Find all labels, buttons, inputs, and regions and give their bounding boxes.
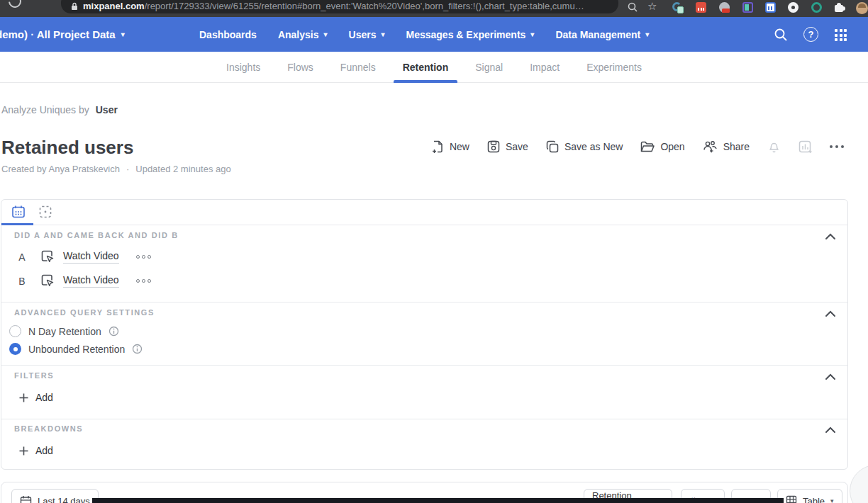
avatar[interactable] bbox=[856, 2, 867, 13]
analyze-uniques-row: Analyze Uniques by User bbox=[1, 104, 118, 115]
dot-separator: · bbox=[126, 164, 129, 174]
section-divider bbox=[1, 419, 847, 419]
chat-bubble[interactable] bbox=[850, 465, 868, 503]
extension-icon-clock[interactable] bbox=[788, 2, 799, 13]
new-document-icon bbox=[431, 140, 444, 154]
save-as-new-button[interactable]: Save as New bbox=[546, 140, 623, 153]
builder-active-tab-underline bbox=[1, 223, 33, 225]
collapse-chevron-icon[interactable] bbox=[824, 373, 837, 381]
url-text: mixpanel.com/report/1729333/view/61255/r… bbox=[83, 1, 608, 11]
event-cursor-icon bbox=[40, 249, 55, 264]
new-button[interactable]: New bbox=[431, 140, 469, 154]
event-name[interactable]: Watch Video bbox=[63, 250, 119, 264]
save-button[interactable]: Save bbox=[487, 140, 528, 153]
extension-icon-gray-minus[interactable] bbox=[719, 2, 730, 13]
bookmark-star-icon[interactable]: ☆ bbox=[647, 1, 657, 11]
tab-signal[interactable]: Signal bbox=[475, 52, 503, 83]
copy-icon bbox=[546, 140, 559, 153]
nav-item-users[interactable]: Users ▾ bbox=[349, 29, 385, 40]
chevron-down-icon: ▾ bbox=[381, 31, 384, 38]
nav-item-analysis[interactable]: Analysis ▾ bbox=[278, 29, 328, 40]
analyze-unit-selector[interactable]: User bbox=[96, 104, 118, 115]
extension-icon-teal-ring[interactable] bbox=[811, 2, 823, 13]
report-actions: New Save Save as New Open bbox=[431, 137, 844, 156]
add-filter-button[interactable]: Add bbox=[18, 392, 53, 403]
chevron-down-icon: ▾ bbox=[121, 31, 125, 38]
project-switcher[interactable]: demo) · All Project Data ▾ bbox=[0, 17, 125, 52]
url-bar[interactable]: mixpanel.com/report/1729333/view/61255/r… bbox=[61, 0, 618, 13]
selection-dashed-tab-icon[interactable] bbox=[38, 205, 52, 219]
nav-menu: Dashboards Analysis ▾ Users ▾ Messages &… bbox=[199, 17, 649, 52]
event-step-label: B bbox=[17, 276, 27, 287]
info-icon[interactable] bbox=[132, 344, 143, 354]
report-meta: Created by Anya Pratskevich · Updated 2 … bbox=[1, 164, 231, 174]
chevron-down-icon: ▾ bbox=[830, 497, 834, 503]
events-calendar-tab-icon[interactable] bbox=[11, 205, 26, 219]
view-table-dropdown[interactable]: Table ▾ bbox=[777, 489, 842, 503]
add-to-dashboard-button[interactable] bbox=[799, 140, 812, 154]
tab-funnels[interactable]: Funnels bbox=[340, 52, 376, 83]
event-name[interactable]: Watch Video bbox=[63, 274, 119, 288]
extension-icon-teal[interactable] bbox=[672, 2, 684, 13]
alerts-bell-button[interactable] bbox=[767, 140, 781, 154]
analyze-label: Analyze Uniques by bbox=[1, 104, 89, 115]
info-icon[interactable] bbox=[108, 326, 119, 337]
help-icon[interactable]: ? bbox=[803, 27, 818, 42]
nav-item-dashboards[interactable]: Dashboards bbox=[199, 29, 257, 40]
more-options-button[interactable] bbox=[830, 145, 844, 148]
event-more-icon[interactable] bbox=[136, 255, 151, 259]
event-row-b: B Watch Video bbox=[1, 273, 151, 288]
table-grid-icon bbox=[786, 495, 797, 503]
collapse-chevron-icon[interactable] bbox=[824, 426, 837, 434]
search-icon[interactable] bbox=[627, 1, 638, 13]
query-builder-panel: DID A AND CAME BACK AND DID B A Watch Vi… bbox=[1, 199, 848, 470]
event-step-label: A bbox=[17, 252, 27, 263]
radio-unbounded-retention[interactable]: Unbounded Retention bbox=[9, 343, 143, 355]
open-button[interactable]: Open bbox=[640, 141, 684, 153]
collapse-chevron-icon[interactable] bbox=[824, 232, 837, 241]
share-button[interactable]: Share bbox=[703, 140, 750, 153]
project-label: demo) · All Project Data bbox=[0, 28, 116, 40]
nav-item-data-management[interactable]: Data Management ▾ bbox=[555, 29, 649, 40]
date-range-button[interactable]: Last 14 days bbox=[11, 489, 99, 503]
radio-n-day-retention[interactable]: N Day Retention bbox=[9, 325, 119, 337]
active-tab-underline bbox=[394, 80, 458, 83]
share-people-icon bbox=[703, 140, 718, 153]
extension-icon-puzzle[interactable] bbox=[834, 2, 845, 13]
extension-icon-blue-in[interactable] bbox=[765, 2, 777, 13]
tab-impact[interactable]: Impact bbox=[530, 52, 560, 83]
reload-icon[interactable] bbox=[6, 0, 23, 11]
event-cursor-icon bbox=[40, 273, 55, 288]
chevron-down-icon: ▾ bbox=[645, 31, 649, 38]
tab-experiments[interactable]: Experiments bbox=[586, 52, 642, 83]
tab-retention[interactable]: Retention bbox=[403, 52, 449, 83]
section-divider bbox=[1, 365, 847, 366]
bell-icon bbox=[767, 140, 781, 154]
tab-flows[interactable]: Flows bbox=[287, 52, 313, 83]
save-icon bbox=[487, 140, 500, 153]
event-more-icon[interactable] bbox=[136, 279, 151, 283]
screen: mixpanel.com/report/1729333/view/61255/r… bbox=[0, 0, 868, 503]
background-window-edge bbox=[92, 498, 784, 503]
collapse-chevron-icon[interactable] bbox=[824, 310, 837, 318]
search-icon[interactable] bbox=[773, 27, 789, 43]
builder-tab-bar bbox=[1, 200, 847, 225]
chevron-down-icon: ▾ bbox=[530, 31, 534, 38]
chevron-down-icon: ▾ bbox=[324, 31, 328, 38]
page-title: Retained users bbox=[1, 137, 133, 159]
retention-criteria-heading: DID A AND CAME BACK AND DID B bbox=[14, 231, 179, 239]
updated-ago: Updated 2 minutes ago bbox=[135, 164, 230, 174]
apps-grid-icon[interactable] bbox=[835, 29, 847, 41]
tab-insights[interactable]: Insights bbox=[226, 52, 260, 83]
extension-icon-red-grid[interactable] bbox=[696, 2, 707, 13]
event-row-a: A Watch Video bbox=[1, 249, 151, 264]
plus-icon bbox=[18, 392, 29, 403]
add-breakdown-button[interactable]: Add bbox=[18, 445, 53, 456]
radio-on-icon bbox=[9, 343, 21, 355]
nav-item-messages-experiments[interactable]: Messages & Experiments ▾ bbox=[406, 29, 535, 40]
advanced-settings-heading: ADVANCED QUERY SETTINGS bbox=[14, 308, 155, 317]
section-divider bbox=[1, 302, 847, 303]
browser-chrome: mixpanel.com/report/1729333/view/61255/r… bbox=[0, 0, 868, 17]
extension-icon-purple-square[interactable] bbox=[742, 2, 754, 13]
radio-off-icon bbox=[9, 325, 21, 337]
